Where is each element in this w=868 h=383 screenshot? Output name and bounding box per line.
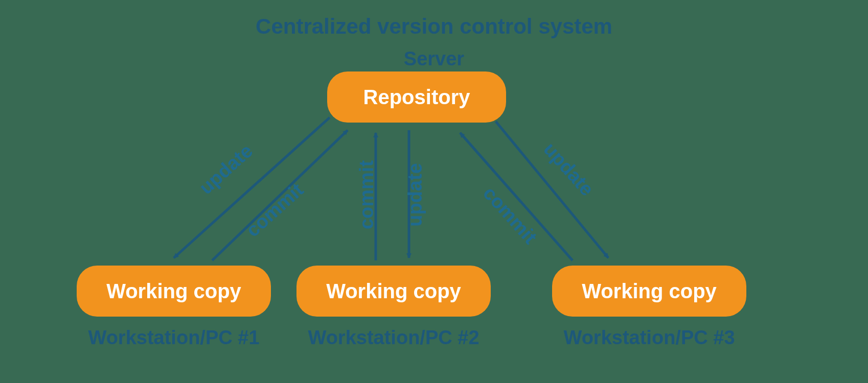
- edge-label-update-1: update: [195, 140, 257, 199]
- working-copy-label-1: Working copy: [106, 280, 241, 303]
- workstation-caption-2: Workstation/PC #2: [296, 327, 491, 349]
- diagram-stage: Centralized version control system Serve…: [0, 0, 868, 383]
- diagram-title: Centralized version control system: [0, 14, 868, 39]
- workstation-caption-1: Workstation/PC #1: [77, 327, 271, 349]
- server-label: Server: [0, 48, 868, 70]
- working-copy-label-3: Working copy: [582, 280, 717, 303]
- edge-label-commit-2: commit: [356, 160, 378, 229]
- repository-box-label: Repository: [363, 86, 470, 109]
- edge-label-update-3: update: [539, 138, 598, 200]
- working-copy-box-3: Working copy: [552, 266, 746, 317]
- working-copy-box-1: Working copy: [77, 266, 271, 317]
- svg-line-0: [174, 117, 330, 258]
- workstation-caption-3: Workstation/PC #3: [552, 327, 746, 349]
- working-copy-box-2: Working copy: [296, 266, 491, 317]
- edge-label-commit-3: commit: [478, 182, 541, 248]
- working-copy-label-2: Working copy: [326, 280, 461, 303]
- repository-box: Repository: [327, 71, 506, 123]
- edge-label-commit-1: commit: [242, 179, 308, 241]
- edge-label-update-2: update: [404, 163, 426, 227]
